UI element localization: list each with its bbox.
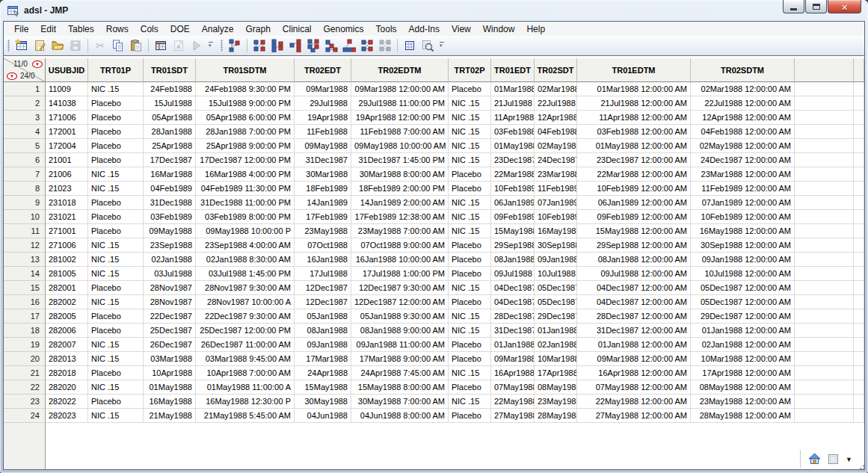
table-cell[interactable]: 27May1988 12:00:00 AM [577, 409, 691, 423]
table-cell[interactable]: 282018 [46, 366, 88, 380]
row-number[interactable]: 11 [4, 224, 46, 238]
table-cell[interactable]: 26Dec1987 11:00:00 AM [196, 338, 295, 352]
table-cell[interactable]: 24Apr1988 [295, 366, 351, 380]
table-cell[interactable] [795, 167, 854, 182]
table-cell[interactable]: Placebo [88, 196, 144, 210]
row-number[interactable]: 4 [4, 125, 46, 139]
table-cell[interactable]: 02Jan1988 [535, 338, 577, 352]
table-cell[interactable]: 25Dec1987 12:00:00 PM [196, 324, 295, 338]
table-cell[interactable]: 03Jul1988 1:45:00 PM [196, 267, 295, 281]
table-cell[interactable] [795, 153, 854, 167]
table-cell[interactable]: 09Feb1989 12:00:00 AM [577, 210, 691, 224]
table-cell[interactable]: 03Jul1988 [144, 267, 196, 281]
table-cell[interactable]: 01May1988 [144, 380, 196, 395]
table-cell[interactable]: 23Dec1987 12:00:00 AM [577, 153, 691, 167]
table-cell[interactable] [854, 338, 864, 352]
table-cell[interactable]: 10Apr1988 7:00:00 AM [196, 366, 295, 380]
table-cell[interactable]: NIC .15 [88, 82, 144, 96]
column-header-TR02SDT[interactable]: TR02SDT [535, 58, 577, 82]
table-cell[interactable]: 10Mar1988 12:00:00 AM [691, 352, 795, 366]
column-header-TR01SDT[interactable]: TR01SDT [144, 58, 196, 82]
table-cell[interactable]: 01May1988 11:00:00 A [196, 380, 295, 395]
table-cell[interactable]: 09Jul1988 [491, 267, 535, 281]
table-cell[interactable]: 17Apr1988 12:00:00 AM [691, 366, 795, 380]
table-cell[interactable]: 01Mar1988 [491, 82, 535, 96]
table-cell[interactable]: Placebo [88, 96, 144, 111]
new-data-table-icon[interactable] [13, 37, 30, 54]
row-number[interactable]: 8 [4, 182, 46, 196]
table-cell[interactable]: 21May1988 5:45:00 AM [196, 409, 295, 423]
table-cell[interactable]: 06Jan1989 12:00:00 AM [577, 196, 691, 210]
table-cell[interactable]: NIC .15 [449, 395, 491, 409]
column-header-USUBJID[interactable]: USUBJID [46, 58, 88, 82]
table-cell[interactable] [854, 309, 864, 324]
table-cell[interactable]: 19Apr1988 12:00:00 PM [351, 111, 449, 125]
table-cell[interactable]: 31Dec1988 11:00:00 PM [196, 196, 295, 210]
table-cell[interactable]: 05Dec1987 12:00:00 AM [691, 295, 795, 309]
table-cell[interactable]: 01Jan1988 [491, 338, 535, 352]
table-cell[interactable]: 04Dec1987 12:00:00 AM [577, 281, 691, 295]
column-header-TRT02P[interactable]: TRT02P [449, 58, 491, 82]
table-cell[interactable]: 01Jan1988 12:00:00 AM [577, 338, 691, 352]
table-cell[interactable]: 03Feb1989 8:00:00 PM [196, 210, 295, 224]
table-cell[interactable]: 07Jan1989 12:00:00 AM [691, 196, 795, 210]
table-cell[interactable] [854, 366, 864, 380]
table-cell[interactable]: 28May1988 12:00:00 AM [691, 409, 795, 423]
table-cell[interactable]: 05Apr1988 [144, 111, 196, 125]
table-cell[interactable]: 28Jan1988 [144, 125, 196, 139]
table-cell[interactable]: NIC .15 [449, 153, 491, 167]
table-cell[interactable]: 17Dec1987 12:00:00 PM [196, 153, 295, 167]
table-cell[interactable]: 23May1988 7:00:00 AM [351, 224, 449, 238]
row-number[interactable]: 16 [4, 295, 46, 309]
table-cell[interactable]: NIC .15 [88, 295, 144, 309]
table-cell[interactable]: 18Feb1989 2:00:00 PM [351, 182, 449, 196]
table-cell[interactable] [795, 224, 854, 238]
table-cell[interactable]: 24Apr1988 7:45:00 AM [351, 366, 449, 380]
table-cell[interactable]: 282007 [46, 338, 88, 352]
table-cell[interactable] [854, 238, 864, 253]
table-cell[interactable]: 09Jan1988 11:00:00 AM [351, 338, 449, 352]
table-cell[interactable]: 172004 [46, 139, 88, 153]
table-cell[interactable]: 23Dec1987 [491, 153, 535, 167]
table-cell[interactable]: NIC .15 [449, 139, 491, 153]
table-cell[interactable]: 03Mar1988 [144, 352, 196, 366]
table-cell[interactable]: Placebo [88, 111, 144, 125]
table-cell[interactable]: NIC .15 [449, 324, 491, 338]
table-cell[interactable]: 171006 [46, 111, 88, 125]
table-cell[interactable] [854, 125, 864, 139]
table-cell[interactable]: 271006 [46, 238, 88, 253]
home-icon[interactable] [808, 453, 821, 465]
table-cell[interactable]: Placebo [449, 380, 491, 395]
table-cell[interactable]: 11Apr1988 [491, 111, 535, 125]
table-cell[interactable]: 30May1988 [295, 395, 351, 409]
cluster-pair-icon[interactable] [251, 37, 268, 54]
columns-red-triangle-menu-icon[interactable] [32, 61, 43, 68]
table-cell[interactable]: 02May1988 [535, 139, 577, 153]
table-cell[interactable]: 24Feb1988 9:30:00 PM [196, 82, 295, 96]
table-cell[interactable]: Placebo [88, 309, 144, 324]
table-cell[interactable] [854, 196, 864, 210]
table-cell[interactable] [854, 153, 864, 167]
table-cell[interactable]: 10Feb1989 [535, 210, 577, 224]
table-cell[interactable] [854, 167, 864, 182]
table-cell[interactable]: 25Apr1988 [144, 139, 196, 153]
table-cell[interactable] [795, 182, 854, 196]
table-cell[interactable]: 07Jan1989 [535, 196, 577, 210]
table-cell[interactable] [795, 409, 854, 423]
close-button[interactable] [828, 0, 861, 13]
table-cell[interactable]: NIC .15 [88, 380, 144, 395]
table-cell[interactable]: 16Apr1988 [491, 366, 535, 380]
table-cell[interactable]: 17Feb1989 12:38:00 AM [351, 210, 449, 224]
table-cell[interactable]: 30May1988 7:00:00 AM [351, 395, 449, 409]
maximize-button[interactable] [805, 0, 827, 13]
table-cell[interactable]: 11Feb1989 12:00:00 AM [691, 182, 795, 196]
table-cell[interactable]: 141038 [46, 96, 88, 111]
table-cell[interactable]: 01May1988 12:00:00 AM [577, 139, 691, 153]
table-cell[interactable]: 07May1988 12:00:00 AM [577, 380, 691, 395]
table-cell[interactable]: 16Jan1988 [295, 253, 351, 267]
table-cell[interactable]: Placebo [449, 295, 491, 309]
table-cell[interactable]: NIC .15 [449, 210, 491, 224]
table-cell[interactable]: 04Dec1987 [491, 281, 535, 295]
table-cell[interactable]: 282023 [46, 409, 88, 423]
table-cell[interactable]: 09Jan1988 [295, 338, 351, 352]
